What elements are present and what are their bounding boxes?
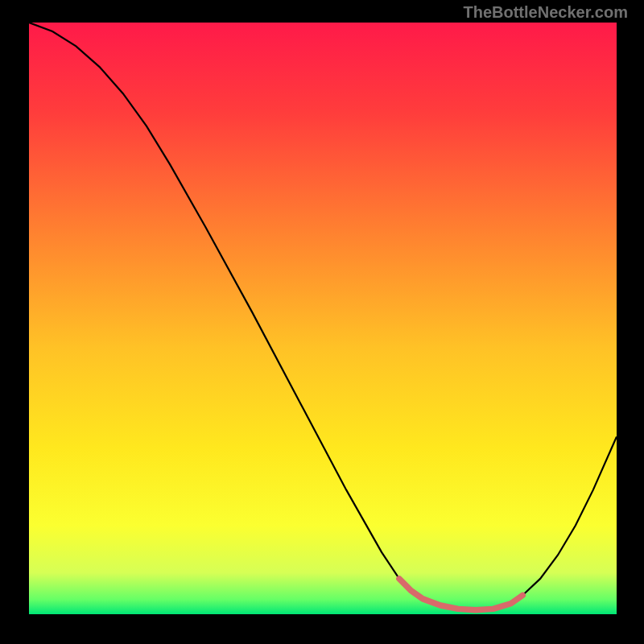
- chart-plot-area: [29, 23, 617, 614]
- chart-svg: [29, 23, 617, 614]
- gradient-background: [29, 23, 617, 614]
- watermark-text: TheBottleNecker.com: [463, 3, 628, 22]
